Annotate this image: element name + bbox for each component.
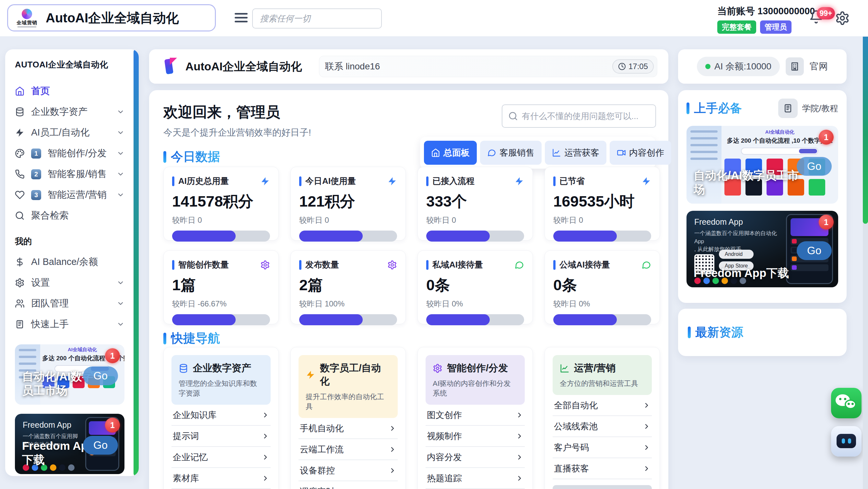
keycap-1: 1 [31, 149, 41, 159]
chat-icon [642, 260, 651, 270]
promo-freedom-banner[interactable]: Freedom App 一个涵盖数百个应用脚本的自动化App , 从此解放您的双… [686, 211, 838, 287]
global-search-input[interactable] [252, 8, 382, 29]
stat-value: 141578积分 [172, 191, 270, 212]
section-title: 今日数据 [171, 149, 220, 165]
sidebar-title: AUTOAI企业全域自动化 [15, 59, 124, 70]
main-brand-title: AutoAI企业全域自动化 [185, 59, 302, 74]
plan-badge: 完整套餐 [717, 21, 756, 34]
quicknav-header: 数字员工/自动化 提升工作效率的自动化工具 [299, 355, 398, 418]
ai-balance-pill[interactable]: AI 余额:10000 [697, 57, 780, 76]
notifications-button[interactable]: 99+ [809, 10, 829, 29]
stat-title: 智能创作数量 [178, 259, 229, 270]
settings-button[interactable] [835, 11, 851, 27]
quicknav-link[interactable]: 手机自动化 [299, 418, 398, 439]
quicknav-link[interactable]: 企业知识库 [172, 405, 271, 426]
quicknav-link[interactable]: 素材库 [172, 468, 271, 489]
keycap-3: 3 [31, 190, 41, 200]
quicknav-desc: AI驱动的内容创作和分发系统 [433, 379, 518, 398]
sidebar-item-smart-creation[interactable]: 1 智能创作/分发 [15, 143, 124, 164]
heart-icon [15, 190, 25, 200]
account-label: 当前账号 13000000000 [717, 5, 815, 18]
market-mini-search [741, 148, 818, 155]
tab-operations[interactable]: 运营获客 [545, 141, 607, 165]
quicknav-link[interactable]: 内容分发 [426, 447, 525, 468]
sidebar-item-aggregate-search[interactable]: 聚合检索 [15, 205, 124, 226]
menu-toggle-icon[interactable] [235, 13, 248, 22]
zap-icon [15, 128, 25, 137]
quicknav-link[interactable]: 视频制作 [426, 426, 525, 447]
ai-balance-label: AI 余额:10000 [714, 60, 771, 73]
announcement-ticker[interactable]: 联系 linode16 17:05 [319, 56, 657, 77]
sidebar-item-ai-staff[interactable]: AI员工/自动化 [15, 122, 124, 143]
sidebar-item-ai-balance[interactable]: AI Balance/余额 [15, 252, 124, 272]
quicknav-link[interactable]: 图文创作 [426, 405, 525, 426]
quicknav-link[interactable]: 热题追踪 [426, 468, 525, 489]
quicknav-link[interactable]: 公域线索池 [553, 416, 652, 437]
quicknav-desc: 管理您的企业知识库和数字资源 [179, 379, 264, 398]
quicknav-link-label: 云端工作流 [300, 444, 344, 455]
sidebar-item-digital-assets[interactable]: 企业数字资产 [15, 101, 124, 122]
official-site-button[interactable] [786, 57, 804, 75]
sidebar-item-label: 智能运营/营销 [48, 188, 106, 202]
go-button[interactable]: Go [797, 241, 832, 260]
sidebar-item-home[interactable]: 首页 [15, 81, 124, 101]
stat-delta: 较昨日 0 [426, 215, 524, 225]
brand-logo-icon [22, 9, 32, 19]
sidebar-item-smart-service[interactable]: 2 智能客服/销售 [15, 164, 124, 184]
tab-dashboard[interactable]: 总面板 [424, 141, 477, 165]
quicknav-link[interactable]: 调度定时 [299, 481, 398, 489]
quicknav-link-label: 直播获客 [554, 463, 589, 475]
quicknav-link[interactable]: 设备群控 [299, 460, 398, 481]
quicknav-link[interactable]: 客户号码 [553, 437, 652, 458]
quicknav-link[interactable]: 直播获客 [553, 458, 652, 479]
clock-icon [618, 63, 626, 70]
quicknav-link-label: 内容分发 [427, 451, 462, 463]
palette-icon [15, 149, 25, 158]
app-logo[interactable]: 全域营销 AutoAI企业全域自动化 [7, 4, 216, 31]
stat-card-public-ai-reception: 公域AI接待量 0条 较昨日 0% [545, 250, 660, 324]
tab-content-creation[interactable]: 内容创作 [610, 141, 671, 165]
chevron-right-icon [389, 467, 396, 475]
help-search-input[interactable] [522, 111, 650, 121]
sidebar-scrollbar [133, 49, 139, 476]
sidebar-item-label: 企业数字资产 [31, 105, 88, 118]
go-button[interactable]: Go [83, 366, 118, 385]
users-icon [15, 299, 25, 308]
progress-bar [299, 231, 397, 242]
page-title: AutoAI企业全域自动化 [46, 9, 179, 27]
freedom-app-name: Freedom App [23, 420, 71, 430]
go-button[interactable]: Go [797, 157, 832, 176]
wechat-contact-float[interactable] [831, 388, 862, 418]
android-download-button[interactable]: Android [719, 250, 753, 259]
stat-card-connected-flows: 已接入流程 333个 较昨日 0 [417, 167, 533, 241]
sidebar-item-settings[interactable]: 设置 [15, 272, 124, 293]
quicknav-link[interactable]: 企业记忆 [172, 447, 271, 468]
promo-count-badge: 1 [105, 348, 120, 363]
quicknav-link[interactable]: 提示词 [172, 426, 271, 447]
building-icon [790, 62, 800, 71]
promo-market-banner[interactable]: AI全域自动化 多达 200 个自动化流程 ,10 个数字员工 1 Go 自动化… [15, 344, 124, 405]
quicknav-header: 企业数字资产 管理您的企业知识库和数字资源 [172, 355, 271, 405]
sidebar-item-smart-operations[interactable]: 3 智能运营/营销 [15, 184, 124, 205]
quicknav-link[interactable]: 全部自动化 [553, 395, 652, 416]
promo-market-banner[interactable]: AI全域自动化 多达 200 个自动化流程 ,10 个数字员工 1 Go 自动化… [686, 126, 838, 204]
tutorial-link[interactable]: 学院/教程 [778, 99, 838, 118]
sidebar-item-team-management[interactable]: 团队管理 [15, 293, 124, 314]
ai-assistant-float[interactable] [831, 426, 862, 457]
stat-delta: 较昨日 0 [299, 215, 397, 225]
go-button[interactable]: Go [83, 436, 118, 455]
chevron-right-icon [389, 425, 396, 432]
view-all-button[interactable]: 查看全部 [553, 485, 652, 489]
quicknav-title: 智能创作/分发 [447, 362, 508, 375]
sidebar-item-label: AI Balance/余额 [31, 255, 98, 269]
tab-service-sales[interactable]: 客服销售 [480, 141, 541, 165]
sidebar-item-quick-start[interactable]: 快速上手 [15, 314, 124, 335]
quicknav-link[interactable]: 云端工作流 [299, 439, 398, 460]
book-icon [15, 319, 25, 329]
progress-bar [426, 314, 524, 325]
stat-card-hours-saved: 已节省 169535小时 较昨日 0 [545, 167, 660, 241]
official-site-label[interactable]: 官网 [810, 60, 828, 73]
quicknav-link-label: 视频制作 [427, 430, 462, 442]
promo-freedom-banner[interactable]: Freedom App 一个涵盖数百个应用脚本的自动化App 1 Go Free… [15, 414, 124, 474]
quicknav-desc: 提升工作效率的自动化工具 [306, 392, 391, 411]
